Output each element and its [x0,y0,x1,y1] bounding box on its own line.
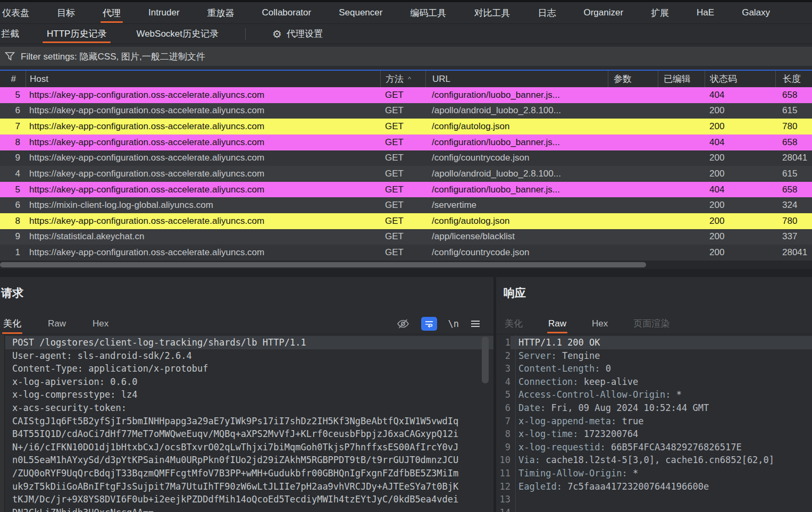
menu-item[interactable]: 日志 [524,2,570,23]
header-name: Via: [518,455,540,465]
cell-length: 324 [775,200,812,211]
message-editors: 请求 美化 Raw Hex [0,277,812,512]
line-number: 12 [496,480,510,493]
column-header[interactable]: URL [425,71,608,87]
request-editor[interactable]: POST /logstores/client-log-tracking/shar… [0,334,493,512]
request-view-tab[interactable]: 美化 [2,317,22,330]
menu-item-label: Sequencer [339,7,382,18]
table-horizontal-scrollbar[interactable] [0,261,812,269]
menu-item[interactable]: Intruder [135,2,194,23]
cell-length: 28041 [775,247,812,258]
column-header[interactable]: # [0,71,26,87]
cell-number: 5 [0,90,26,100]
cell-length: 615 [775,169,812,179]
line-number: 10 [496,454,510,467]
response-line: 5 Access-Control-Allow-Origin: * [496,388,812,401]
column-header[interactable]: 方法 ^ [380,71,425,87]
word-wrap-button[interactable] [421,317,437,331]
header-value: HTTP/1.1 200 OK [518,337,600,348]
header-value: keep-alive [579,376,639,387]
header-value: true [616,416,643,426]
table-row[interactable]: 5 https://akey-app-configuration.oss-acc… [0,182,812,198]
request-view-tab-label: Hex [93,318,108,329]
column-header[interactable]: 长度 [775,71,812,87]
cell-url: /config/autolog.json [425,121,608,132]
request-view-tab[interactable]: Raw [47,318,67,329]
table-row[interactable]: 1 https://akey-app-configuration.oss-acc… [0,245,812,261]
menu-item[interactable]: 代理 [89,2,135,23]
cell-method: GET [380,153,425,163]
menu-item[interactable]: 编码工具 [396,2,460,23]
response-line: 1 HTTP/1.1 200 OK [496,336,812,349]
cell-status: 200 [705,121,775,132]
menu-item[interactable]: 重放器 [194,2,248,23]
menu-item[interactable]: Organizer [570,2,637,23]
response-view-tab[interactable]: 页面渲染 [632,317,671,330]
menu-item[interactable]: Galaxy [728,2,784,23]
cell-host: https://akey-app-configuration.oss-accel… [26,90,380,100]
request-line: tKJM/Dc/jr+9X8YS8DVI6F0ub+i2eejkPZDDdfMi… [5,493,493,506]
proxy-tab[interactable]: 拦截 [0,24,32,44]
request-line: Content-Type: application/x-protobuf [5,362,493,375]
response-line: 2 Server: Tengine [496,349,812,363]
response-view-tab-label: Raw [548,318,566,329]
proxy-tab[interactable]: HTTP历史记录 [32,24,121,44]
request-line: n0L5SeaM1hAYxySd/d3pYtKPSain4Mu0URpPkn0f… [5,454,493,467]
menu-item[interactable]: 目标 [43,2,89,23]
column-header[interactable]: 状态码 [705,71,775,87]
filter-bar[interactable]: Filter settings: 隐藏CSS, 图片,一般二进制文件 [0,47,812,66]
horizontal-scrollbar-thumb[interactable] [0,262,646,267]
response-editor[interactable]: 1 HTTP/1.1 200 OK 2 Server: Tengine 3 Co… [496,334,812,512]
proxy-tab[interactable]: WebSocket历史记录 [121,24,233,44]
table-row[interactable]: 9 https://statistical.akeychat.cn GET /a… [0,229,812,245]
request-panel-title: 请求 [1,286,23,300]
menu-item[interactable]: Collaborator [248,2,325,23]
cell-status: 200 [705,153,775,163]
request-line: uk9zT5kDiiGoABnIFtgFJsSujpit7Ma7UtuIhTF9… [5,480,493,493]
proxy-tabbar: 拦截 HTTP历史记录 WebSocket历史记录 ⚙ 代理设置 [0,24,812,44]
proxy-tab-label: WebSocket历史记录 [136,28,219,40]
response-line: 10 Via: cache18.l2st4-5[3,0], cache16.cn… [496,454,812,467]
response-view-tab[interactable]: Raw [547,318,567,329]
menu-item[interactable]: Sequencer [325,2,396,23]
request-toolbar: \n [396,317,493,331]
request-line: N+/i6/cIFKN10DO1dj1bHtxbCxJ/ocsBTxvrO02q… [5,441,493,454]
table-row[interactable]: 6 https://mixin-client-log.log-global.al… [0,197,812,213]
response-view-tab[interactable]: 美化 [504,317,524,330]
response-view-tab[interactable]: Hex [591,318,609,329]
column-header[interactable]: Host [26,71,380,87]
request-view-tab[interactable]: Hex [91,318,110,329]
request-scrollbar-thumb[interactable] [482,337,489,383]
table-row[interactable]: 4 https://akey-app-configuration.oss-acc… [0,166,812,182]
menu-item[interactable]: 扩展 [637,2,683,23]
menu-item[interactable]: HaE [683,2,728,23]
cell-status: 200 [705,231,775,242]
header-value: 0 [600,363,611,374]
table-row[interactable]: 8 https://akey-app-configuration.oss-acc… [0,213,812,229]
proxy-settings-button[interactable]: ⚙ 代理设置 [257,24,338,44]
menu-item[interactable]: 仪表盘 [0,2,43,23]
panel-splitter[interactable] [0,269,812,277]
table-row[interactable]: 8 https://akey-app-configuration.oss-acc… [0,135,812,150]
main-menubar: 仪表盘 目标 代理 Intruder 重放器 Collaborator Se [0,0,812,24]
cell-method: GET [380,121,425,132]
cell-url: /apollo/android_luobo_2.8.100... [425,105,608,116]
menu-item[interactable]: 对比工具 [460,2,524,23]
cell-host: https://mixin-client-log.log-global.aliy… [26,200,380,211]
column-header[interactable]: 已编辑 [658,71,705,87]
response-line: 3 Content-Length: 0 [496,362,812,375]
table-row[interactable]: 5 https://akey-app-configuration.oss-acc… [0,87,812,103]
newline-toggle-icon[interactable]: \n [448,318,459,329]
table-row[interactable]: 9 https://akey-app-configuration.oss-acc… [0,150,812,166]
table-row[interactable]: 7 https://akey-app-configuration.oss-acc… [0,119,812,135]
line-number: 5 [496,388,510,401]
column-header[interactable]: 参数 [608,71,658,87]
table-row[interactable]: 6 https://akey-app-configuration.oss-acc… [0,103,812,119]
editor-menu-icon[interactable] [470,320,481,328]
column-header-label: 方法 [386,73,404,85]
gear-icon: ⚙ [272,29,282,39]
header-value: 1723200764 [579,429,639,439]
hide-eye-icon[interactable] [396,317,410,330]
header-value: 7c5faaa417232007644196600e [562,481,709,492]
cell-method: GET [380,169,425,179]
